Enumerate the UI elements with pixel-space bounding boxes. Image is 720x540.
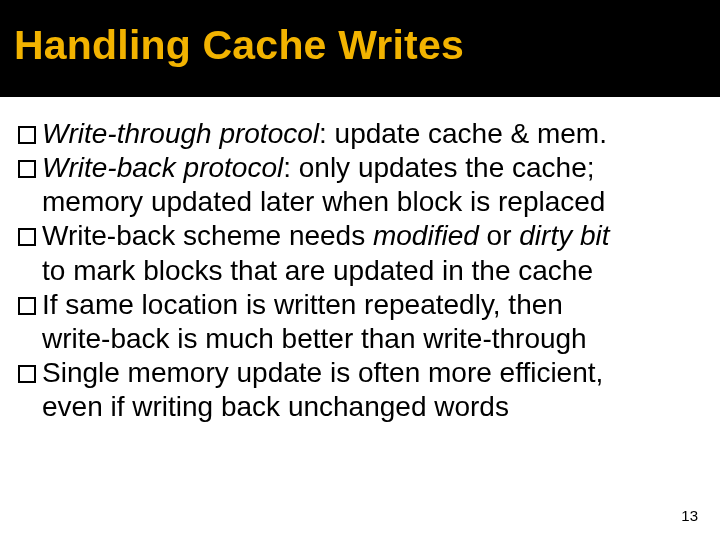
bullet-continuation: write-back is much better than write-thr… bbox=[42, 322, 692, 356]
square-bullet-icon bbox=[18, 228, 36, 246]
slide-title: Handling Cache Writes bbox=[14, 22, 706, 69]
bullet-item: If same location is written repeatedly, … bbox=[18, 288, 692, 322]
bullet-text: Write-back protocol: only updates the ca… bbox=[42, 151, 595, 185]
slide: Handling Cache Writes Write-through prot… bbox=[0, 0, 720, 540]
emphasis: dirty bit bbox=[519, 220, 609, 251]
bullet-continuation: memory updated later when block is repla… bbox=[42, 185, 692, 219]
emphasis: Write-back protocol bbox=[42, 152, 283, 183]
bullet-rest: : only updates the cache; bbox=[283, 152, 594, 183]
square-bullet-icon bbox=[18, 365, 36, 383]
bullet-continuation: even if writing back unchanged words bbox=[42, 390, 692, 424]
bullet-item: Single memory update is often more effic… bbox=[18, 356, 692, 390]
slide-body: Write-through protocol: update cache & m… bbox=[0, 97, 720, 424]
emphasis: Write-through protocol bbox=[42, 118, 319, 149]
bullet-text: Write-through protocol: update cache & m… bbox=[42, 117, 607, 151]
emphasis: modified bbox=[373, 220, 479, 251]
bullet-rest: : update cache & mem. bbox=[319, 118, 607, 149]
square-bullet-icon bbox=[18, 297, 36, 315]
square-bullet-icon bbox=[18, 126, 36, 144]
square-bullet-icon bbox=[18, 160, 36, 178]
bullet-pre: Write-back scheme needs bbox=[42, 220, 373, 251]
bullet-continuation: to mark blocks that are updated in the c… bbox=[42, 254, 692, 288]
bullet-mid: or bbox=[479, 220, 519, 251]
bullet-text: Write-back scheme needs modified or dirt… bbox=[42, 219, 610, 253]
bullet-text: Single memory update is often more effic… bbox=[42, 356, 603, 390]
page-number: 13 bbox=[681, 507, 698, 524]
bullet-item: Write-back scheme needs modified or dirt… bbox=[18, 219, 692, 253]
bullet-item: Write-back protocol: only updates the ca… bbox=[18, 151, 692, 185]
bullet-text: If same location is written repeatedly, … bbox=[42, 288, 563, 322]
title-bar: Handling Cache Writes bbox=[0, 0, 720, 97]
bullet-item: Write-through protocol: update cache & m… bbox=[18, 117, 692, 151]
